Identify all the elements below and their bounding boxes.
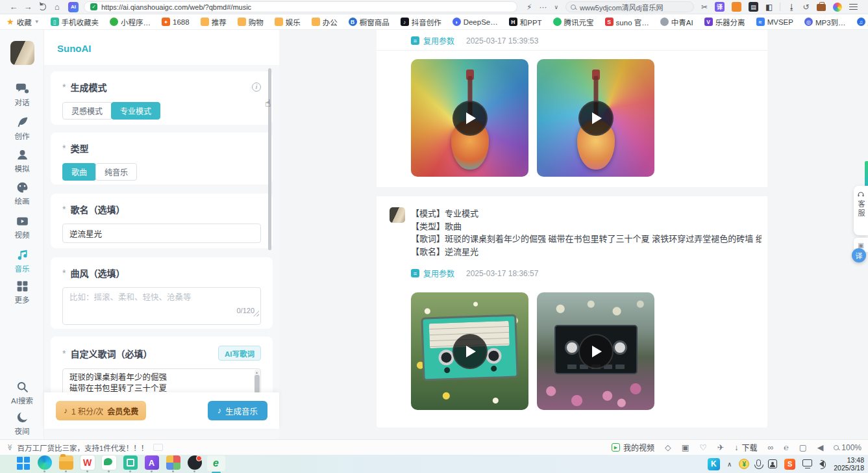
bookmark-item[interactable]: B 橱窗商品 [349, 17, 390, 27]
sidebar-item-more[interactable]: 更多 [0, 279, 44, 305]
inspiration-mode-button[interactable]: 灵感模式 [62, 102, 112, 120]
song-type-button[interactable]: 歌曲 [62, 163, 96, 181]
favorites-button[interactable]: ★ 收藏 ▼ [6, 17, 40, 27]
scissors-icon[interactable]: ✂ [701, 3, 708, 12]
album-cover-3[interactable] [411, 292, 528, 410]
contact-tray-icon[interactable] [768, 459, 777, 468]
bookmark-item[interactable]: ♫ 腾讯音乐 [857, 17, 868, 27]
my-videos-button[interactable]: ▶ 我的视频 [612, 442, 654, 453]
taskbar-browser-active[interactable]: e [207, 455, 225, 473]
bookmark-item[interactable]: H 和PPT [509, 17, 542, 27]
more-dots-icon[interactable]: ··· [539, 3, 547, 12]
boost-tool-icon[interactable]: ✈ [717, 442, 724, 452]
reading-mode-icon[interactable]: ∞ [767, 443, 773, 452]
download-manager-button[interactable]: ↓ 下载 [734, 442, 757, 453]
shield-tool-icon[interactable]: ◇ [665, 442, 671, 452]
instrumental-type-button[interactable]: 纯音乐 [95, 163, 137, 181]
bookmark-item[interactable]: ◗ DeepSe… [453, 18, 498, 26]
bookmark-item[interactable]: ✦ 1688 [162, 18, 190, 26]
taskbar-wechat[interactable] [100, 455, 118, 472]
sidebar-item-chat[interactable]: 对话 [0, 82, 44, 107]
reuse-params-button[interactable]: ≡ 复用参数 2025-03-17 18:36:57 [411, 268, 538, 279]
k-app-tray-icon[interactable]: K [708, 458, 720, 470]
translate-float-button[interactable]: 译 [852, 248, 866, 262]
bookmark-item[interactable]: 腾讯元宝 [553, 17, 594, 27]
hidden-icons-chevron[interactable]: ∧ [727, 461, 732, 468]
taskbar-wps[interactable]: W [79, 455, 96, 472]
chevron-down-icon[interactable]: ∨ [554, 4, 558, 10]
taskbar-file-explorer[interactable] [57, 455, 75, 472]
sidebar-item-video[interactable]: 视频 [0, 214, 44, 240]
mute-tab-icon[interactable]: ◀ [817, 442, 824, 452]
window-layout-icon[interactable]: ▢ [799, 442, 807, 452]
play-button[interactable] [578, 101, 614, 136]
cost-badge-button[interactable]: ♪ 1 积分/次 会员免费 [56, 401, 146, 420]
bookmark-item[interactable]: 购物 [238, 17, 264, 27]
bookmark-item[interactable]: 办公 [312, 17, 338, 27]
info-icon[interactable]: i [252, 83, 261, 92]
back-icon[interactable]: ← [6, 0, 21, 14]
browser-search-box[interactable]: www5ydjcom清风dj音乐网 [565, 1, 694, 12]
reuse-params-button[interactable]: ≡ 复用参数 2025-03-17 15:39:53 [411, 35, 538, 46]
download-icon[interactable]: ⭳ [787, 3, 795, 12]
taskbar-edge[interactable] [36, 455, 53, 472]
bookmark-item[interactable]: 推荐 [201, 17, 227, 27]
address-bar[interactable]: ✓ https://ai.qianshouaigc.com/web/?qbmd#… [84, 1, 517, 12]
play-button[interactable] [578, 334, 614, 369]
bookmark-item[interactable]: 中青AI [660, 17, 693, 27]
puzzle-extension-icon[interactable]: ◧ [765, 3, 773, 12]
sidebar-item-simulate[interactable]: 模拟 [0, 148, 44, 173]
lyrics-scrollbar-thumb[interactable] [254, 375, 260, 393]
play-button[interactable] [453, 101, 488, 136]
profile-avatar-icon[interactable] [833, 3, 842, 12]
bookmark-item[interactable]: ◎ MP3到… [804, 17, 846, 27]
taskbar-screen-clip[interactable] [121, 455, 139, 472]
health-tool-icon[interactable]: ♡ [699, 442, 706, 452]
sidebar-item-ai-search[interactable]: AI搜索 [0, 380, 44, 405]
home-icon[interactable]: ⌂ [50, 0, 64, 14]
panel-scrollbar-thumb[interactable] [268, 68, 271, 250]
translate-extension-icon[interactable]: 译 [715, 2, 725, 12]
compat-mode-icon[interactable]: ℮ [784, 443, 789, 452]
song-name-input[interactable] [62, 224, 261, 243]
customer-service-tab[interactable]: 客服 [854, 186, 868, 235]
taskbar-a-app[interactable]: A [143, 455, 160, 472]
lightning-icon[interactable]: ⚡ [527, 3, 532, 12]
taskbar-dark-app[interactable] [186, 455, 203, 472]
start-button[interactable] [14, 455, 32, 470]
screenshot-tool-icon[interactable]: ▣ [682, 442, 689, 452]
generate-music-button[interactable]: ♪ 生成音乐 [208, 401, 267, 420]
taskbar-clock[interactable]: 13:48 2025/3/18 [834, 456, 864, 472]
microphone-tray-icon[interactable] [756, 459, 761, 467]
collapse-chevron-icon[interactable]: ≫ [6, 444, 14, 450]
network-tray-icon[interactable] [802, 459, 812, 467]
ai-write-lyrics-button[interactable]: AI写歌词 [218, 346, 261, 361]
notebook-extension-icon[interactable]: ▤ [749, 2, 758, 12]
bookmark-item[interactable]: S suno 官… [605, 17, 649, 27]
bookmark-item[interactable]: 小程序… [110, 17, 151, 27]
sidebar-item-create[interactable]: 创作 [0, 116, 44, 141]
play-button[interactable] [453, 334, 488, 369]
briefcase-icon[interactable] [817, 4, 826, 11]
game-extension-icon[interactable] [732, 2, 741, 12]
sidebar-item-night-mode[interactable]: 夜间 [0, 411, 44, 436]
coin-tray-icon[interactable]: ¥ [739, 459, 749, 469]
undo-icon[interactable]: ↺ [802, 3, 809, 12]
user-avatar[interactable] [10, 41, 34, 65]
professional-mode-button[interactable]: 专业模式 [111, 102, 160, 120]
refresh-icon[interactable] [39, 3, 46, 10]
sogou-input-icon[interactable]: S [784, 459, 795, 470]
album-cover-1[interactable] [411, 59, 528, 177]
sidebar-item-music[interactable]: 音乐 [0, 248, 44, 274]
bookmark-item[interactable]: ≈ MVSEP [756, 18, 793, 26]
zoom-control[interactable]: 100% [834, 443, 862, 452]
volume-tray-icon[interactable] [819, 461, 824, 467]
album-cover-2[interactable] [537, 59, 654, 177]
bookmark-item[interactable]: V 乐器分离 [704, 17, 745, 27]
forward-icon[interactable]: → [21, 0, 35, 14]
style-textarea[interactable] [62, 287, 261, 325]
bookmark-item[interactable]: 娱乐 [275, 17, 301, 27]
album-cover-4[interactable] [537, 292, 654, 410]
taskbar-launcher[interactable] [164, 455, 182, 472]
bookmark-item[interactable]: ▯ 手机收藏夹 [51, 17, 99, 27]
